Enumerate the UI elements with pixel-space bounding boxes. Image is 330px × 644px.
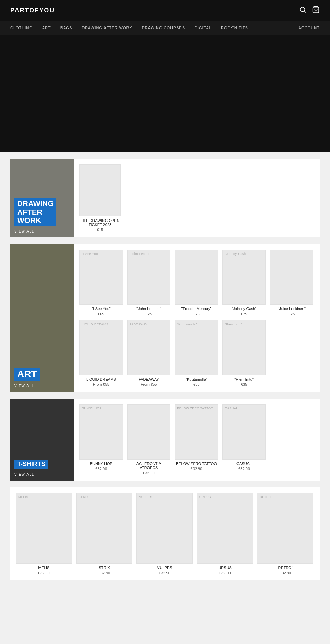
- tshirt-product-card[interactable]: MELIS MELIS €32.90: [16, 493, 72, 575]
- product-name: RETRO!: [257, 566, 314, 570]
- tshirt-product-card[interactable]: ACHERONTIA ATROPOS €32.90: [127, 404, 171, 475]
- product-card[interactable]: LIFE DRAWING OPEN TICKET 2023 €15: [79, 164, 121, 232]
- product-name: MELIS: [16, 566, 72, 570]
- nav-account[interactable]: Account: [299, 26, 320, 30]
- product-price: €35: [222, 382, 266, 386]
- drawing-products: LIFE DRAWING OPEN TICKET 2023 €15: [74, 159, 320, 237]
- art-product-card[interactable]: "Freddie Mercury" €75: [175, 250, 218, 316]
- tshirt-product-card[interactable]: RETRO! RETRO! €32.90: [257, 493, 314, 575]
- product-price: €32.90: [136, 571, 193, 575]
- product-name: VULPES: [136, 566, 193, 570]
- product-image: BELOW ZERO TATTOO: [175, 404, 218, 459]
- product-image: FADEAWAY: [127, 320, 171, 375]
- product-img-label: RETRO!: [260, 495, 272, 499]
- nav-bags[interactable]: BAGS: [60, 26, 73, 30]
- product-img-label: FADEAWAY: [130, 323, 148, 326]
- site-nav: CLOTHING ART BAGS DRAWING AFTER WORK DRA…: [0, 21, 330, 35]
- drawing-label: DRAWING AFTER WORK: [14, 198, 56, 226]
- product-image: BUNNY HOP: [79, 404, 123, 459]
- product-img-label: STRIX: [79, 495, 89, 499]
- product-image: LIQUID DREAMS: [79, 320, 123, 375]
- nav-clothing[interactable]: CLOTHING: [10, 26, 33, 30]
- nav-drawing-courses[interactable]: DRAWING COURSES: [142, 26, 185, 30]
- art-product-card[interactable]: "John Lennon" "John Lennon" €75: [127, 250, 171, 316]
- art-product-card[interactable]: "Juice Leskinen" €75: [270, 250, 314, 316]
- product-img-label: "Kuutamolla": [177, 323, 197, 326]
- product-price: €32.90: [175, 467, 218, 471]
- product-name: ACHERONTIA ATROPOS: [127, 462, 171, 470]
- art-product-card[interactable]: "Johnny Cash" "Johnny Cash" €75: [222, 250, 266, 316]
- product-price: €32.90: [127, 471, 171, 475]
- tshirt-product-card[interactable]: BELOW ZERO TATTOO BELOW ZERO TATTOO €32.…: [175, 404, 218, 475]
- cart-icon[interactable]: [312, 6, 320, 15]
- sections-wrapper: DRAWING AFTER WORK VIEW ALL LIFE DRAWING…: [0, 152, 330, 594]
- tshirt-product-card[interactable]: URSUS URSUS €32.90: [197, 493, 253, 575]
- tshirts-view-all[interactable]: VIEW ALL: [14, 473, 70, 476]
- nav-rockntits[interactable]: ROCK'N'TITS: [221, 26, 248, 30]
- product-name: "I See You": [79, 307, 123, 311]
- product-price: €75: [222, 312, 266, 316]
- nav-drawing-after-work[interactable]: DRAWING AFTER WORK: [82, 26, 132, 30]
- product-image: RETRO!: [257, 493, 314, 564]
- product-image: "Pieni lintu": [222, 320, 266, 375]
- hero-banner: [0, 35, 330, 152]
- product-price: From €55: [127, 382, 171, 386]
- art-product-card[interactable]: LIQUID DREAMS LIQUID DREAMS From €55: [79, 320, 123, 386]
- nav-digital[interactable]: DIGITAL: [195, 26, 211, 30]
- product-price: €75: [127, 312, 171, 316]
- product-name: URSUS: [197, 566, 253, 570]
- product-img-label: MELIS: [18, 495, 29, 499]
- art-product-card[interactable]: "I See You" "I See You" €65: [79, 250, 123, 316]
- product-name: STRIX: [76, 566, 133, 570]
- product-price: €32.90: [79, 467, 123, 471]
- art-view-all[interactable]: VIEW ALL: [14, 384, 70, 388]
- svg-point-0: [300, 7, 305, 12]
- tshirt-product-card[interactable]: CASUAL CASUAL €32.90: [222, 404, 266, 475]
- art-section: ART VIEW ALL "I See You" "I See You" €65…: [10, 244, 320, 392]
- product-name: "Freddie Mercury": [175, 307, 218, 311]
- product-price: €75: [175, 312, 218, 316]
- drawing-view-all[interactable]: VIEW ALL: [14, 229, 70, 233]
- product-name: "Kuutamolla": [175, 377, 218, 381]
- product-img-label: URSUS: [199, 495, 211, 499]
- product-img-label: CASUAL: [225, 407, 238, 410]
- product-image: CASUAL: [222, 404, 266, 459]
- product-price: €65: [79, 312, 123, 316]
- product-name: "Pieni lintu": [222, 377, 266, 381]
- product-name: "John Lennon": [127, 307, 171, 311]
- product-price: €32.90: [257, 571, 314, 575]
- art-products: "I See You" "I See You" €65 "John Lennon…: [74, 244, 320, 392]
- site-logo[interactable]: PARTOFYOU: [10, 7, 55, 14]
- header-icons: [299, 6, 320, 15]
- product-price: From €55: [79, 382, 123, 386]
- product-image: "John Lennon": [127, 250, 171, 305]
- product-img-label: "Johnny Cash": [225, 252, 247, 256]
- product-image: "I See You": [79, 250, 123, 305]
- product-name: FADEAWAY: [127, 377, 171, 381]
- art-banner[interactable]: ART VIEW ALL: [10, 244, 74, 392]
- nav-art[interactable]: ART: [42, 26, 51, 30]
- drawing-section: DRAWING AFTER WORK VIEW ALL LIFE DRAWING…: [10, 159, 320, 237]
- tshirts-label: T-SHIRTS: [14, 460, 48, 469]
- search-icon[interactable]: [299, 6, 307, 15]
- drawing-banner[interactable]: DRAWING AFTER WORK VIEW ALL: [10, 159, 74, 237]
- product-image: VULPES: [136, 493, 193, 564]
- tshirts-products-row1: BUNNY HOP BUNNY HOP €32.90 ACHERONTIA AT…: [74, 399, 320, 480]
- product-img-label: BUNNY HOP: [82, 407, 102, 410]
- product-image: [127, 404, 171, 459]
- svg-line-1: [304, 11, 306, 13]
- product-image: [270, 250, 314, 305]
- tshirts-banner[interactable]: T-SHIRTS VIEW ALL: [10, 399, 74, 480]
- art-product-card[interactable]: FADEAWAY FADEAWAY From €55: [127, 320, 171, 386]
- product-image: URSUS: [197, 493, 253, 564]
- product-price: €32.90: [197, 571, 253, 575]
- tshirts-section: T-SHIRTS VIEW ALL BUNNY HOP BUNNY HOP €3…: [10, 399, 320, 480]
- product-img-label: VULPES: [139, 495, 152, 499]
- tshirt-product-card[interactable]: VULPES VULPES €32.90: [136, 493, 193, 575]
- tshirt-product-card[interactable]: BUNNY HOP BUNNY HOP €32.90: [79, 404, 123, 475]
- art-product-card[interactable]: "Pieni lintu" "Pieni lintu" €35: [222, 320, 266, 386]
- tshirt-product-card[interactable]: STRIX STRIX €32.90: [76, 493, 133, 575]
- product-img-label: "John Lennon": [130, 252, 152, 256]
- product-price: €32.90: [222, 467, 266, 471]
- art-product-card[interactable]: "Kuutamolla" "Kuutamolla" €35: [175, 320, 218, 386]
